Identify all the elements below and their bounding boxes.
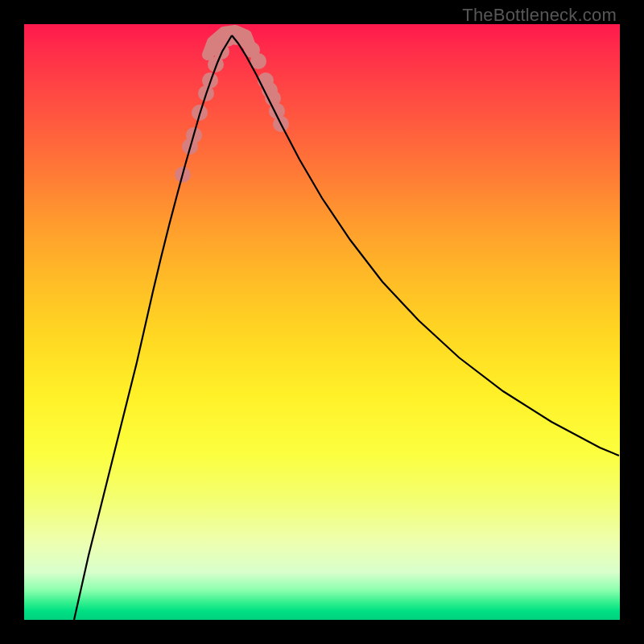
left-curve [74, 35, 232, 620]
right-curve [232, 35, 619, 456]
chart-frame: TheBottleneck.com [0, 0, 644, 644]
watermark-text: TheBottleneck.com [462, 5, 617, 26]
curves-layer [24, 24, 620, 620]
plot-area [24, 24, 620, 620]
